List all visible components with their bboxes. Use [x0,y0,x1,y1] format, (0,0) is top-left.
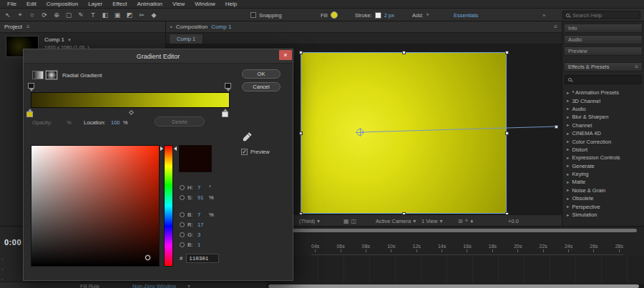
menu-item[interactable]: File [2,0,21,8]
selection-handle[interactable] [299,51,303,54]
time-ruler[interactable]: 04s 06s 08s 10s 12s [311,244,623,255]
timeline-toggle-icon[interactable]: ▫ [1,257,7,262]
grid-options[interactable]: ▦ ◫ [343,215,356,227]
roto-brush-tool-icon[interactable]: ✂ [137,10,147,19]
dialog-titlebar[interactable]: Gradient Editor × [24,49,293,64]
effects-search-box[interactable] [565,75,642,84]
close-icon[interactable]: × [279,50,292,60]
effects-category-item[interactable]: ► 3D Channel [562,96,644,104]
composition-panel-tab[interactable]: ▪ Composition Comp 1 ≡ [166,21,562,33]
menu-item[interactable]: Help [220,0,242,8]
channel-value[interactable]: 17 [197,222,206,228]
timeline-navigator-bar[interactable] [270,229,637,232]
menu-item[interactable]: Effect [107,0,132,8]
channel-radio[interactable] [180,185,185,190]
help-search-input[interactable] [572,12,633,19]
effects-category-item[interactable]: ► Obsolete [562,194,644,202]
channel-radio[interactable] [180,242,185,247]
opacity-stop-left[interactable] [28,83,34,89]
menu-item[interactable]: Window [190,0,220,8]
stroke-width-value[interactable]: 2 px [384,12,394,19]
viewer-options[interactable]: ⊞ ⌖ ♦ [458,215,473,227]
magnification-dropdown[interactable]: (Third) ▾ [299,215,320,227]
menu-item[interactable]: View [167,0,190,8]
project-panel-header[interactable]: Project ≡ [0,21,165,33]
puppet-pin-tool-icon[interactable]: ◆ [149,10,159,19]
collapsed-panel-header[interactable]: Preview [564,46,643,56]
effects-category-item[interactable]: ► Noise & Grain [562,187,644,194]
current-timecode[interactable]: 0:00 [4,238,21,247]
panel-menu-icon[interactable]: ≡ [26,24,30,30]
saturation-brightness-picker[interactable] [31,145,160,267]
channel-value[interactable]: 91 [197,194,206,201]
opacity-stop-right[interactable] [225,83,231,89]
menu-item[interactable]: Edit [21,0,42,8]
fill-color-swatch[interactable] [331,11,338,19]
zoom-tool-icon[interactable]: ○ [27,10,37,19]
collapsed-panel-header[interactable]: Info [564,24,643,33]
camera-dropdown[interactable]: Active Camera ▾ [376,215,416,227]
timeline-track-area[interactable] [267,256,644,283]
selection-handle[interactable] [299,131,303,135]
channel-value[interactable]: 3 [197,232,206,238]
viewer-tab-comp1[interactable]: Comp 1 [169,34,203,44]
channel-radio[interactable] [180,212,185,217]
add-property-icon[interactable]: ⌖ [426,11,429,19]
selection-tool-icon[interactable]: ↖ [3,10,13,19]
effects-category-item[interactable]: ► Simulation [562,211,644,219]
effects-category-item[interactable]: ► Color Correction [562,137,644,145]
selection-handle[interactable] [505,51,509,54]
selection-handle[interactable] [505,131,509,135]
scrollbar-thumb[interactable] [268,284,639,288]
hand-tool-icon[interactable]: ⌖ [15,10,25,19]
effects-category-item[interactable]: ► Expression Controls [562,154,644,162]
timeline-toggle-icon[interactable]: ▫ [1,267,7,272]
channel-radio[interactable] [180,222,185,227]
brush-tool-icon[interactable]: ◧ [100,10,110,19]
menu-item[interactable]: Animation [132,0,167,8]
menu-item[interactable]: Composition [42,0,83,8]
shape-tool-icon[interactable]: ▢ [64,10,74,19]
effects-category-item[interactable]: ► Channel [562,121,644,129]
eyedropper-icon[interactable] [243,131,253,142]
eraser-tool-icon[interactable]: ◩ [125,10,135,19]
effects-category-item[interactable]: ► * Animation Presets [562,89,644,96]
channel-radio[interactable] [180,232,185,237]
workspace-tab-essentials[interactable]: Essentials [454,12,478,19]
pan-behind-tool-icon[interactable]: ⊕ [52,10,62,19]
view-layout-dropdown[interactable]: 1 View ▾ [421,215,442,227]
hue-slider[interactable] [164,145,173,267]
orbit-camera-tool-icon[interactable]: ⟳ [39,10,49,19]
selection-handle[interactable] [402,51,406,54]
effects-category-item[interactable]: ► Matte [562,178,644,186]
effects-presets-header[interactable]: Effects & Presets ≡ [564,62,643,71]
effects-search-input[interactable] [575,77,632,82]
pen-tool-icon[interactable]: ✎ [76,10,86,19]
gradient-preview-strip[interactable] [31,92,230,108]
effects-category-item[interactable]: ► Perspective [562,202,644,210]
panel-menu-icon[interactable]: ≡ [635,64,638,70]
fill-rule-dropdown[interactable]: Non-Zero Winding [132,283,176,288]
panel-menu-icon[interactable]: ≡ [554,24,557,30]
stroke-color-swatch[interactable] [375,12,381,19]
gradient-midpoint-handle[interactable] [129,110,134,115]
collapsed-panel-header[interactable]: Audio [564,35,643,44]
menu-item[interactable]: Layer [83,0,107,8]
effects-category-item[interactable]: ► Generate [562,162,644,170]
location-value[interactable]: 100 [111,119,120,126]
linear-gradient-type-button[interactable] [32,71,44,79]
channel-value[interactable]: 7 [197,184,206,191]
overflow-chevrons-icon[interactable]: » [542,12,545,19]
color-stop-right[interactable] [222,111,228,117]
gradient-end-handle[interactable] [555,125,558,129]
effects-category-item[interactable]: ► Keying [562,170,644,178]
radial-gradient-type-button[interactable] [46,71,57,79]
delete-stop-button[interactable]: Delete [155,116,205,126]
channel-value[interactable]: 7 [197,212,206,218]
effects-category-item[interactable]: ► Blur & Sharpen [562,113,644,121]
project-item[interactable]: Comp 1 ▼ [44,36,72,43]
gradient-center-anchor[interactable] [356,129,364,136]
hex-color-input[interactable] [186,254,219,263]
channel-radio[interactable] [180,195,185,200]
snapping-checkbox[interactable] [250,12,256,18]
